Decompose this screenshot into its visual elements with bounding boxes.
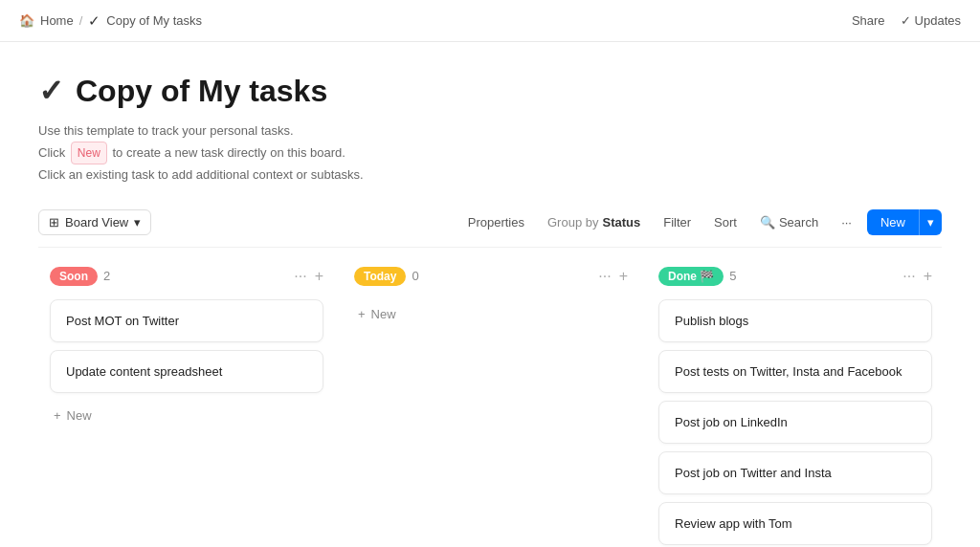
page-header: ✓ Copy of My tasks — [38, 73, 942, 109]
done-actions: ··· + — [902, 268, 932, 285]
soon-add-button[interactable]: + — [315, 268, 323, 285]
done-count: 5 — [729, 269, 736, 283]
task-text: Post MOT on Twitter — [66, 314, 179, 328]
desc-line-1: Use this template to track your personal… — [38, 120, 942, 142]
more-options-button[interactable]: ··· — [834, 210, 859, 234]
done-add-button[interactable]: + — [924, 268, 932, 285]
add-new-label: New — [371, 307, 396, 321]
share-button[interactable]: Share — [852, 13, 885, 28]
plus-icon: + — [358, 307, 366, 321]
new-task-button[interactable]: New ▾ — [867, 209, 942, 235]
task-card[interactable]: Review app with Tom — [658, 502, 932, 545]
today-actions: ··· + — [598, 268, 628, 285]
sort-button[interactable]: Sort — [706, 210, 745, 234]
search-icon: 🔍 — [760, 215, 775, 230]
breadcrumb-separator: / — [79, 13, 83, 28]
task-card[interactable]: Post job on Twitter and Insta — [658, 451, 932, 494]
task-text: Post job on LinkedIn — [675, 415, 788, 429]
properties-button[interactable]: Properties — [460, 210, 532, 234]
breadcrumb-page-label[interactable]: Copy of My tasks — [106, 13, 202, 28]
column-done-header: Done 🏁 5 ··· + — [658, 267, 932, 286]
search-label: Search — [779, 215, 818, 230]
task-card[interactable]: Update content spreadsheet — [50, 350, 323, 393]
page-title-check-icon: ✓ — [38, 73, 64, 109]
soon-count: 2 — [103, 269, 110, 283]
filter-label: Filter — [663, 215, 691, 230]
top-nav: 🏠 Home / ✓ Copy of My tasks Share ✓ Upda… — [0, 0, 980, 42]
today-badge: Today — [354, 267, 406, 286]
add-new-label: New — [67, 408, 92, 423]
task-card[interactable]: Post job on LinkedIn — [658, 401, 932, 444]
page-title: Copy of My tasks — [76, 74, 327, 109]
task-text: Update content spreadsheet — [66, 364, 222, 379]
desc-pre: Click — [38, 145, 65, 160]
desc-line-2: Click New to create a new task directly … — [38, 142, 942, 164]
task-text: Post tests on Twitter, Insta and Faceboo… — [675, 364, 902, 379]
soon-add-new-button[interactable]: + New — [50, 401, 96, 430]
page-content: ✓ Copy of My tasks Use this template to … — [0, 42, 980, 547]
board-view-chevron: ▾ — [134, 215, 141, 230]
desc-post: to create a new task directly on this bo… — [112, 145, 345, 160]
today-count: 0 — [412, 269, 418, 283]
column-today: Today 0 ··· + + New — [343, 267, 639, 329]
check-icon: ✓ — [901, 13, 911, 28]
column-today-header: Today 0 ··· + — [354, 267, 628, 286]
new-task-label: New — [867, 209, 919, 235]
kanban-board: Soon 2 ··· + Post MOT on Twitter Update … — [38, 267, 942, 547]
plus-icon: + — [54, 408, 61, 423]
task-text: Publish blogs — [675, 314, 748, 328]
task-card[interactable]: Post tests on Twitter, Insta and Faceboo… — [658, 350, 932, 393]
breadcrumb: 🏠 Home / ✓ Copy of My tasks — [19, 12, 202, 30]
nav-actions: Share ✓ Updates — [852, 13, 961, 28]
group-by-prefix: Group by — [547, 215, 598, 230]
toolbar: ⊞ Board View ▾ Properties Group by Statu… — [38, 209, 942, 248]
home-link[interactable]: Home — [40, 13, 74, 28]
properties-label: Properties — [468, 215, 524, 230]
updates-label: Updates — [915, 13, 961, 28]
today-add-button[interactable]: + — [619, 268, 628, 285]
done-more-button[interactable]: ··· — [902, 268, 915, 285]
home-icon: 🏠 — [19, 13, 34, 28]
search-button[interactable]: 🔍 Search — [752, 210, 826, 234]
today-more-button[interactable]: ··· — [598, 268, 611, 285]
new-inline-badge: New — [71, 142, 107, 164]
updates-button[interactable]: ✓ Updates — [901, 13, 961, 28]
group-by-button[interactable]: Group by Status — [540, 210, 648, 234]
task-card[interactable]: Post MOT on Twitter — [50, 299, 323, 342]
column-done: Done 🏁 5 ··· + Publish blogs Post tests … — [647, 267, 942, 547]
soon-more-button[interactable]: ··· — [294, 268, 306, 285]
breadcrumb-check-icon: ✓ — [88, 12, 100, 30]
task-card[interactable]: Publish blogs — [658, 299, 932, 342]
page-description: Use this template to track your personal… — [38, 120, 942, 186]
soon-badge: Soon — [50, 267, 98, 286]
task-text: Post job on Twitter and Insta — [675, 466, 832, 480]
toolbar-left: ⊞ Board View ▾ — [38, 209, 151, 235]
new-task-caret: ▾ — [919, 209, 942, 235]
board-view-icon: ⊞ — [49, 215, 59, 230]
toolbar-right: Properties Group by Status Filter Sort 🔍… — [460, 209, 942, 235]
column-soon-header: Soon 2 ··· + — [50, 267, 323, 286]
soon-actions: ··· + — [294, 268, 323, 285]
desc-line-3: Click an existing task to add additional… — [38, 164, 942, 186]
column-soon: Soon 2 ··· + Post MOT on Twitter Update … — [38, 267, 335, 430]
today-add-new-button[interactable]: + New — [354, 299, 400, 329]
group-by-value: Status — [602, 215, 640, 230]
task-text: Review app with Tom — [675, 516, 792, 531]
sort-label: Sort — [714, 215, 737, 230]
done-badge: Done 🏁 — [658, 267, 724, 286]
board-view-label: Board View — [65, 215, 128, 230]
board-view-button[interactable]: ⊞ Board View ▾ — [38, 209, 151, 235]
filter-button[interactable]: Filter — [656, 210, 699, 234]
